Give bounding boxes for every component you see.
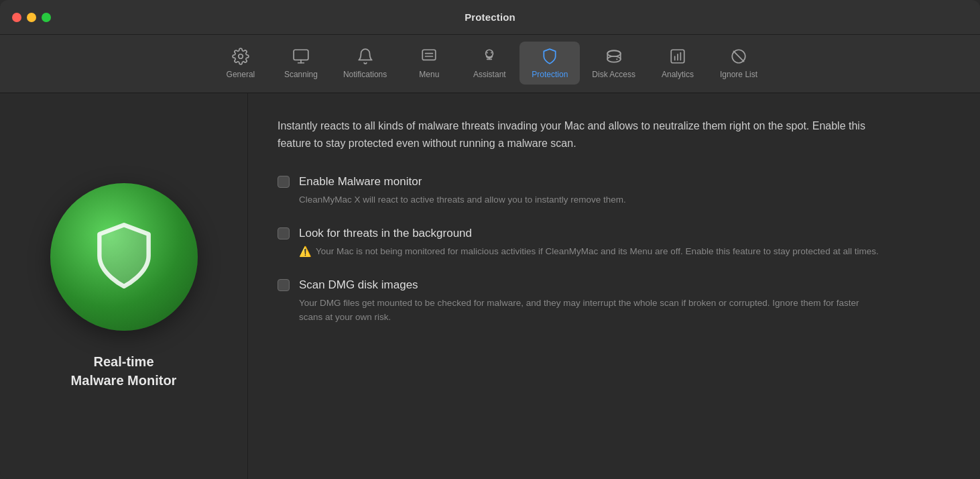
svg-point-0	[239, 54, 243, 59]
tab-notifications[interactable]: Notifications	[331, 42, 399, 85]
option-row-2: Look for threats in the background	[278, 226, 948, 241]
maximize-button[interactable]	[42, 13, 51, 22]
warning-icon: ⚠️	[299, 246, 312, 258]
look-for-threats-checkbox[interactable]	[278, 227, 290, 239]
disk-icon	[605, 47, 623, 66]
tab-assistant-label: Assistant	[473, 70, 506, 79]
tab-notifications-label: Notifications	[343, 70, 387, 79]
warning-row: ⚠️ Your Mac is not being monitored for m…	[299, 245, 948, 259]
shield-tab-icon	[540, 47, 559, 66]
tab-assistant[interactable]: Assistant	[459, 42, 519, 85]
option-title-3: Scan DMG disk images	[299, 278, 418, 292]
svg-point-11	[607, 50, 621, 56]
svg-point-9	[491, 52, 492, 54]
scanning-icon	[292, 47, 310, 66]
tab-scanning[interactable]: Scanning	[271, 42, 331, 85]
shield-circle	[50, 183, 198, 331]
option-row-3: Scan DMG disk images	[278, 278, 948, 292]
main-content: Real-time Malware Monitor Instantly reac…	[0, 93, 980, 479]
tab-scanning-label: Scanning	[284, 70, 318, 79]
bell-icon	[356, 47, 375, 66]
tab-protection-label: Protection	[532, 70, 568, 79]
tab-analytics[interactable]: Analytics	[648, 42, 708, 85]
shield-large-icon	[87, 219, 161, 295]
tab-protection[interactable]: Protection	[519, 42, 580, 85]
analytics-icon	[668, 47, 687, 66]
option-desc-1: CleanMyMac X will react to active threat…	[299, 193, 875, 207]
tab-analytics-label: Analytics	[662, 70, 694, 79]
app-window: Protection General Scanning	[0, 0, 980, 479]
right-panel: Instantly reacts to all kinds of malware…	[248, 93, 980, 479]
option-desc-3: Your DMG files get mounted to be checked…	[299, 297, 875, 325]
tab-menu-label: Menu	[419, 70, 439, 79]
minimize-button[interactable]	[27, 13, 36, 22]
svg-point-12	[616, 58, 617, 60]
svg-point-10	[607, 56, 621, 62]
option-look-for-threats: Look for threats in the background ⚠️ Yo…	[278, 226, 948, 259]
ignore-icon	[729, 47, 748, 66]
description-text: Instantly reacts to all kinds of malware…	[278, 117, 881, 153]
tab-disk-access-label: Disk Access	[592, 70, 635, 79]
toolbar: General Scanning Notifications	[0, 35, 980, 93]
warning-text: Your Mac is not being monitored for mali…	[316, 245, 879, 259]
assistant-icon	[480, 47, 499, 66]
option-title-2: Look for threats in the background	[299, 226, 472, 241]
tab-menu[interactable]: Menu	[399, 42, 459, 85]
scan-dmg-checkbox[interactable]	[278, 279, 290, 291]
svg-rect-1	[294, 50, 308, 60]
option-enable-malware-monitor: Enable Malware monitor CleanMyMac X will…	[278, 174, 948, 207]
tab-ignore-list-label: Ignore List	[720, 70, 757, 79]
svg-line-18	[733, 51, 743, 61]
tab-disk-access[interactable]: Disk Access	[580, 42, 648, 85]
option-scan-dmg: Scan DMG disk images Your DMG files get …	[278, 278, 948, 325]
close-button[interactable]	[12, 13, 21, 22]
option-row-1: Enable Malware monitor	[278, 174, 948, 189]
tab-general-label: General	[227, 70, 255, 79]
option-title-1: Enable Malware monitor	[299, 174, 422, 189]
left-panel: Real-time Malware Monitor	[0, 93, 248, 479]
svg-rect-4	[423, 50, 436, 60]
window-controls	[12, 13, 51, 22]
tab-general[interactable]: General	[210, 42, 271, 85]
tab-ignore-list[interactable]: Ignore List	[708, 42, 770, 85]
gear-icon	[231, 47, 250, 66]
enable-malware-checkbox[interactable]	[278, 176, 290, 188]
titlebar: Protection	[0, 0, 980, 35]
feature-title: Real-time Malware Monitor	[71, 352, 177, 390]
menu-icon	[420, 47, 438, 66]
window-title: Protection	[465, 11, 515, 23]
svg-point-8	[487, 52, 488, 54]
